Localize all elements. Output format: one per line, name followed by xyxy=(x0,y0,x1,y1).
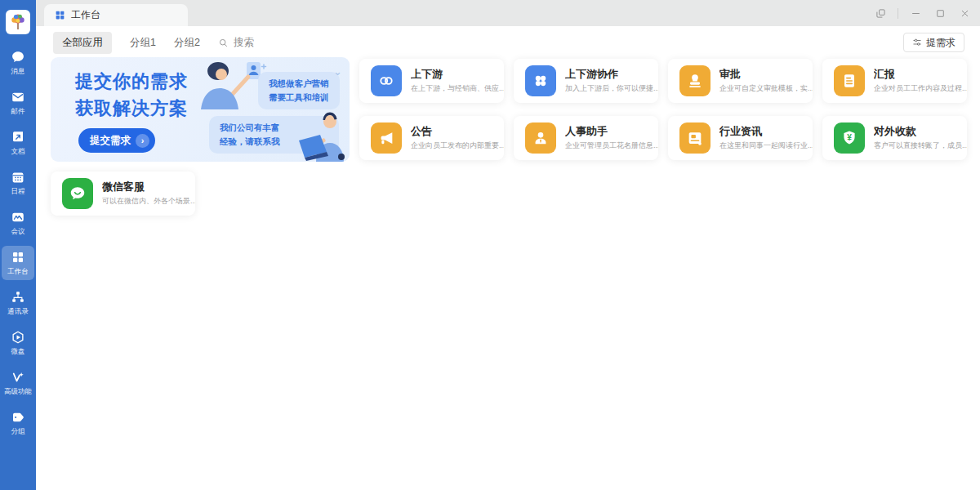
app-grid: 提交你的需求 获取解决方案 提交需求 › ⌄ 我 xyxy=(51,57,967,216)
filter-row: 全部应用 分组1 分组2 搜索 xyxy=(53,33,254,53)
app-card-title: 汇报 xyxy=(874,68,967,81)
app-card-title: 对外收款 xyxy=(874,125,967,138)
banner-title: 提交你的需求 获取解决方案 xyxy=(75,68,188,122)
stamp-icon xyxy=(679,65,710,96)
sidebar-item-workbench[interactable]: 工作台 xyxy=(2,246,34,280)
app-card-desc: 在这里和同事一起阅读行业... xyxy=(719,140,813,151)
maximize-icon[interactable] xyxy=(928,0,952,26)
sidebar-nav: 消息 邮件 文档 日程 会议 xyxy=(0,46,36,440)
chat-bubble-icon xyxy=(11,50,25,65)
sidebar-item-label: 会议 xyxy=(11,227,25,237)
sidebar-item-advanced[interactable]: 高级功能 xyxy=(2,366,34,400)
news-icon xyxy=(679,122,710,154)
chevron-down-icon[interactable]: ⌄ xyxy=(333,65,342,78)
sidebar-item-contacts[interactable]: 通讯录 xyxy=(2,286,34,320)
svg-text:¥: ¥ xyxy=(847,133,852,142)
sidebar-item-label: 工作台 xyxy=(7,267,29,277)
app-card-upstream[interactable]: 上下游 在上下游，与经销商、供应... xyxy=(359,59,504,103)
drive-icon xyxy=(11,330,25,345)
tab-workbench[interactable]: 工作台 xyxy=(44,4,188,26)
wechat-service-icon xyxy=(62,178,93,209)
app-card-title: 上下游 xyxy=(411,68,504,81)
envelope-icon xyxy=(11,90,25,105)
meeting-icon xyxy=(11,210,25,225)
avatar[interactable] xyxy=(6,10,30,34)
shield-yuan-icon: ¥ xyxy=(834,122,865,154)
demand-icon xyxy=(912,38,922,47)
tab-label: 工作台 xyxy=(71,8,100,22)
sidebar-item-drive[interactable]: 微盘 xyxy=(2,326,34,360)
app-card-industry-news[interactable]: 行业资讯 在这里和同事一起阅读行业... xyxy=(668,116,813,160)
search-control[interactable]: 搜索 xyxy=(218,36,254,50)
app-card-title: 微信客服 xyxy=(102,180,195,194)
filter-group1[interactable]: 分组1 xyxy=(130,36,156,50)
app-card-upstream-collab[interactable]: 上下游协作 加入上下游后，你可以便捷... xyxy=(514,59,658,103)
titlebar: 工作台 xyxy=(36,0,980,26)
app-card-report[interactable]: 汇报 企业对员工工作内容及过程... xyxy=(822,59,967,103)
tag-icon xyxy=(11,410,25,425)
filter-all-apps[interactable]: 全部应用 xyxy=(53,32,112,54)
popout-icon[interactable] xyxy=(868,0,893,26)
window-controls xyxy=(868,0,977,26)
arrow-right-icon: › xyxy=(136,134,149,148)
sidebar-item-label: 消息 xyxy=(11,67,25,77)
sidebar-item-messages[interactable]: 消息 xyxy=(2,46,34,80)
filter-group2[interactable]: 分组2 xyxy=(174,36,200,50)
calendar-icon xyxy=(11,170,25,185)
man-illustration xyxy=(294,109,350,162)
sidebar-item-mail[interactable]: 邮件 xyxy=(2,86,34,120)
app-card-desc: 企业向员工发布的内部重要... xyxy=(411,140,504,151)
app-card-title: 公告 xyxy=(411,125,504,138)
search-icon xyxy=(218,38,229,48)
app-card-approval[interactable]: 审批 企业可自定义审批模板，实... xyxy=(668,59,813,103)
clover-grid-icon xyxy=(525,65,556,96)
megaphone-icon xyxy=(371,122,402,154)
app-card-wechat-service[interactable]: 微信客服 可以在微信内、外各个场景... xyxy=(51,172,195,216)
sidebar-item-docs[interactable]: 文档 xyxy=(2,126,34,160)
sidebar-item-label: 日程 xyxy=(11,187,25,197)
org-chart-icon xyxy=(11,290,25,305)
minimize-icon[interactable] xyxy=(903,0,928,26)
app-card-desc: 企业可管理员工花名册信息... xyxy=(565,140,658,151)
link-icon xyxy=(371,65,402,96)
sidebar-item-label: 通讯录 xyxy=(7,307,29,317)
search-label: 搜索 xyxy=(234,36,254,50)
demand-button-label: 提需求 xyxy=(926,36,956,50)
speech-bubble-1: 我想做客户营销 需要工具和培训 xyxy=(258,72,340,109)
sidebar-item-label: 分组 xyxy=(11,427,25,437)
sidebar-item-label: 微盘 xyxy=(11,347,25,357)
document-icon xyxy=(11,130,25,145)
app-card-desc: 加入上下游后，你可以便捷... xyxy=(565,83,658,94)
workbench-grid-icon xyxy=(11,250,25,265)
app-card-desc: 客户可以直接转账了，成员... xyxy=(874,140,967,151)
app-card-desc: 可以在微信内、外各个场景... xyxy=(102,196,195,207)
app-card-hr-assistant[interactable]: 人事助手 企业可管理员工花名册信息... xyxy=(514,116,658,160)
app-card-title: 行业资讯 xyxy=(719,125,813,138)
app-card-external-payment[interactable]: ¥ 对外收款 客户可以直接转账了，成员... xyxy=(822,116,967,160)
app-card-desc: 企业可自定义审批模板，实... xyxy=(719,83,813,94)
app-card-title: 上下游协作 xyxy=(565,68,658,81)
workbench-tab-icon xyxy=(55,10,65,20)
sidebar-item-label: 文档 xyxy=(11,147,25,157)
sidebar-item-label: 高级功能 xyxy=(4,387,32,397)
app-card-desc: 企业对员工工作内容及过程... xyxy=(874,83,967,94)
app-card-desc: 在上下游，与经销商、供应... xyxy=(411,83,504,94)
submit-demand-label: 提交需求 xyxy=(90,134,131,148)
window-controls-divider xyxy=(898,8,898,19)
app-card-title: 人事助手 xyxy=(565,125,658,138)
sidebar: 消息 邮件 文档 日程 会议 xyxy=(0,0,36,490)
sidebar-item-label: 邮件 xyxy=(11,107,25,117)
sidebar-item-group[interactable]: 分组 xyxy=(2,406,34,440)
report-doc-icon xyxy=(834,65,865,96)
person-icon xyxy=(525,122,556,154)
close-icon[interactable] xyxy=(952,0,977,26)
app-card-title: 审批 xyxy=(719,68,813,81)
sidebar-item-meeting[interactable]: 会议 xyxy=(2,206,34,240)
avatar-image xyxy=(8,12,28,32)
demand-button[interactable]: 提需求 xyxy=(903,33,964,52)
app-card-announcement[interactable]: 公告 企业向员工发布的内部重要... xyxy=(359,116,504,160)
promo-banner: 提交你的需求 获取解决方案 提交需求 › ⌄ 我 xyxy=(51,57,350,162)
sidebar-item-calendar[interactable]: 日程 xyxy=(2,166,34,200)
advanced-icon xyxy=(11,370,25,385)
submit-demand-button[interactable]: 提交需求 › xyxy=(78,128,155,153)
